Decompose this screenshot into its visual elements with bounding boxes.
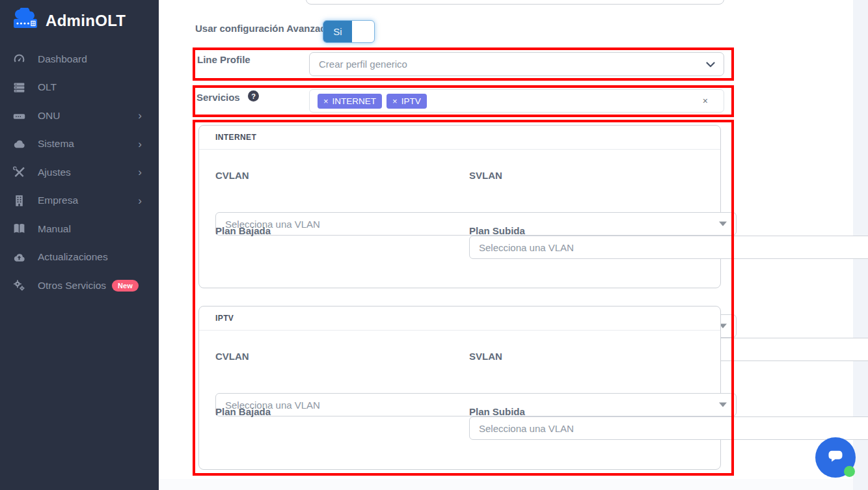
gauge-icon — [10, 53, 27, 66]
building-icon — [10, 194, 27, 207]
sidebar-item-ajustes[interactable]: Ajustes › — [0, 158, 159, 187]
svlan-label: SVLAN — [469, 351, 706, 362]
chip-internet[interactable]: × INTERNET — [318, 94, 382, 109]
line-profile-selected-value: Crear perfil generico — [319, 59, 407, 70]
plan-subida-label: Plan Subida — [469, 406, 706, 417]
book-icon — [10, 223, 27, 236]
cvlan-label: CVLAN — [215, 170, 453, 181]
server-icon — [10, 81, 27, 94]
app-title: AdminOLT — [46, 12, 126, 30]
chevron-right-icon: › — [138, 167, 142, 178]
sidebar-item-label: Manual — [38, 223, 71, 235]
servicios-multiselect[interactable]: × INTERNET × IPTV × — [309, 89, 724, 113]
chip-remove-icon[interactable]: × — [323, 96, 329, 106]
sidebar-item-sistema[interactable]: Sistema › — [0, 130, 159, 159]
cloud-icon — [10, 137, 27, 150]
select-placeholder: Selecciona una VLAN — [479, 242, 574, 253]
svlan-label: SVLAN — [469, 170, 706, 181]
chevron-right-icon: › — [138, 139, 142, 150]
chat-launcher-button[interactable] — [815, 437, 856, 478]
sidebar: AdminOLT Dashboard OLT ONU › Sistema — [0, 0, 159, 490]
clear-all-icon[interactable]: × — [703, 96, 708, 106]
sidebar-item-label: Sistema — [38, 138, 74, 150]
plan-subida-label: Plan Subida — [469, 225, 706, 236]
servicios-label: Servicios — [197, 92, 240, 103]
chip-remove-icon[interactable]: × — [392, 96, 398, 106]
caret-down-icon — [719, 222, 727, 226]
cloud-upload-icon — [10, 251, 27, 264]
toggle-on-label: Si — [323, 21, 352, 42]
chip-iptv[interactable]: × IPTV — [387, 94, 427, 109]
sidebar-item-label: Otros Servicios — [38, 280, 106, 292]
plan-bajada-label: Plan Bajada — [215, 406, 453, 417]
sidebar-item-actualizaciones[interactable]: Actualizaciones — [0, 243, 159, 272]
sidebar-item-olt[interactable]: OLT — [0, 74, 159, 102]
router-icon — [10, 109, 27, 122]
router-cloud-logo-icon — [10, 8, 40, 34]
card-title: INTERNET — [215, 133, 256, 142]
sidebar-item-otros-servicios[interactable]: Otros Servicios New — [0, 271, 159, 300]
advanced-config-toggle[interactable]: Si — [323, 20, 375, 43]
sidebar-item-label: ONU — [38, 110, 60, 122]
sidebar-item-label: Dashboard — [38, 53, 87, 65]
card-title: IPTV — [215, 314, 234, 323]
iptv-service-card: IPTV CVLAN SVLAN Selecciona una VLAN Sel… — [198, 306, 721, 470]
chat-bubble-icon — [826, 447, 845, 468]
chip-label: IPTV — [401, 96, 421, 106]
caret-down-icon — [719, 403, 727, 407]
app-logo[interactable]: AdminOLT — [10, 8, 126, 34]
partial-input-top[interactable] — [306, 0, 724, 5]
chat-status-dot — [844, 466, 855, 477]
chevron-right-icon: › — [138, 195, 142, 206]
sidebar-item-empresa[interactable]: Empresa › — [0, 187, 159, 215]
new-badge: New — [112, 280, 139, 292]
sidebar-item-label: Actualizaciones — [38, 251, 108, 263]
select-placeholder: Selecciona una VLAN — [479, 423, 574, 434]
plan-bajada-label: Plan Bajada — [215, 225, 453, 236]
chip-label: INTERNET — [332, 96, 377, 106]
help-icon[interactable]: ? — [248, 90, 259, 102]
sidebar-item-label: Empresa — [38, 195, 78, 206]
card-header: INTERNET — [199, 126, 720, 150]
chevron-right-icon: › — [138, 110, 142, 121]
sidebar-item-label: Ajustes — [38, 167, 71, 178]
sidebar-item-manual[interactable]: Manual — [0, 215, 159, 243]
tools-icon — [10, 166, 27, 179]
line-profile-select[interactable]: Crear perfil generico — [309, 52, 724, 76]
chevron-down-icon — [706, 59, 715, 70]
sidebar-item-label: OLT — [38, 81, 57, 93]
internet-service-card: INTERNET CVLAN SVLAN Selecciona una VLAN… — [198, 125, 721, 288]
sidebar-nav: Dashboard OLT ONU › Sistema › Aj — [0, 45, 159, 300]
svlan-select[interactable]: Selecciona una VLAN — [469, 416, 868, 440]
card-header: IPTV — [199, 306, 720, 331]
cvlan-label: CVLAN — [215, 351, 453, 362]
gears-icon — [10, 279, 27, 292]
advanced-config-label: Usar configuración Avanzada — [195, 23, 332, 34]
content-bottom-gap — [159, 479, 853, 490]
sidebar-item-onu[interactable]: ONU › — [0, 102, 159, 130]
svlan-select[interactable]: Selecciona una VLAN — [469, 236, 868, 259]
line-profile-label: Line Profile — [197, 54, 251, 65]
sidebar-item-dashboard[interactable]: Dashboard — [0, 45, 159, 74]
